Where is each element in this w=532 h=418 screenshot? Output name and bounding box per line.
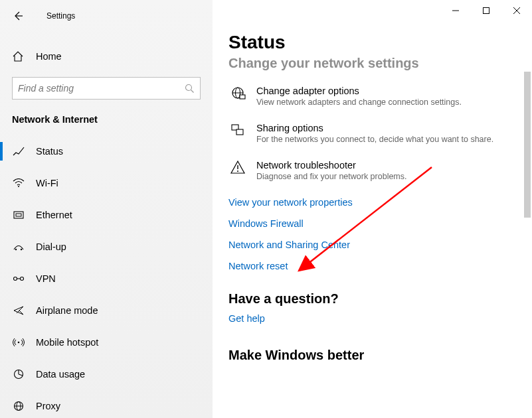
option-title: Change adapter options — [256, 86, 462, 96]
proxy-icon — [12, 401, 25, 411]
sidebar-item-label: Data usage — [36, 369, 85, 380]
hotspot-icon — [12, 337, 25, 348]
status-icon — [12, 146, 25, 157]
sidebar-category: Network & Internet — [0, 100, 213, 131]
scroll-thumb[interactable] — [524, 72, 531, 218]
svg-point-3 — [18, 186, 19, 187]
option-troubleshooter[interactable]: Network troubleshooter Diagnose and fix … — [228, 160, 508, 181]
svg-rect-23 — [240, 95, 245, 99]
option-title: Network troubleshooter — [256, 160, 407, 171]
sidebar-item-label: VPN — [36, 273, 56, 284]
sidebar-item-label: Status — [36, 146, 63, 157]
svg-rect-4 — [14, 212, 23, 218]
window-title: Settings — [46, 11, 75, 21]
troubleshoot-icon — [228, 160, 247, 181]
svg-point-1 — [186, 84, 192, 90]
svg-rect-5 — [16, 214, 21, 216]
sidebar: Settings Home Network & Internet Status — [0, 0, 213, 418]
sidebar-item-data[interactable]: Data usage — [0, 358, 213, 390]
svg-line-2 — [191, 90, 194, 92]
maximize-button[interactable] — [471, 0, 501, 21]
sidebar-item-status[interactable]: Status — [0, 135, 213, 167]
close-button[interactable] — [501, 0, 532, 21]
svg-point-27 — [237, 171, 238, 172]
sidebar-item-ethernet[interactable]: Ethernet — [0, 199, 213, 231]
search-icon — [185, 84, 195, 94]
question-heading: Have a question? — [228, 291, 508, 307]
home-icon — [12, 51, 25, 62]
data-icon — [12, 369, 25, 380]
sidebar-home[interactable]: Home — [0, 42, 213, 70]
scrollbar[interactable] — [523, 27, 532, 418]
sharing-icon — [228, 123, 247, 144]
wifi-icon — [12, 178, 25, 188]
sidebar-item-wifi[interactable]: Wi-Fi — [0, 167, 213, 199]
sidebar-nav: Status Wi-Fi Ethernet Dial-up — [0, 135, 213, 418]
svg-point-9 — [21, 277, 24, 281]
link-properties[interactable]: View your network properties — [228, 197, 508, 208]
dialup-icon — [12, 242, 25, 251]
svg-point-11 — [18, 342, 20, 344]
sidebar-item-label: Dial-up — [36, 242, 66, 252]
adapter-icon — [228, 86, 247, 107]
sidebar-item-vpn[interactable]: VPN — [0, 263, 213, 295]
sidebar-item-dialup[interactable]: Dial-up — [0, 231, 213, 263]
minimize-button[interactable] — [440, 0, 471, 21]
sidebar-item-label: Ethernet — [36, 210, 72, 220]
feedback-heading: Make Windows better — [228, 348, 508, 363]
sidebar-item-label: Wi-Fi — [36, 178, 58, 188]
option-desc: Diagnose and fix your network problems. — [256, 172, 407, 181]
vpn-icon — [12, 274, 25, 283]
titlebar: Settings — [0, 5, 213, 27]
airplane-icon — [12, 305, 25, 316]
option-desc: View network adapters and change connect… — [256, 98, 462, 107]
link-reset[interactable]: Network reset — [228, 261, 508, 271]
link-get-help[interactable]: Get help — [228, 313, 508, 324]
svg-rect-25 — [236, 129, 243, 135]
svg-point-7 — [21, 249, 22, 250]
svg-point-6 — [15, 249, 17, 250]
sidebar-item-label: Airplane mode — [36, 305, 98, 316]
home-label: Home — [36, 51, 62, 62]
sidebar-item-airplane[interactable]: Airplane mode — [0, 295, 213, 326]
option-adapter[interactable]: Change adapter options View network adap… — [228, 86, 508, 107]
option-title: Sharing options — [256, 123, 493, 133]
svg-point-8 — [14, 277, 17, 281]
search-input[interactable] — [18, 83, 185, 94]
option-desc: For the networks you connect to, decide … — [256, 135, 493, 144]
sidebar-item-hotspot[interactable]: Mobile hotspot — [0, 326, 213, 358]
link-firewall[interactable]: Windows Firewall — [228, 218, 508, 229]
change-settings-heading: Change your network settings — [228, 56, 508, 71]
sidebar-item-proxy[interactable]: Proxy — [0, 390, 213, 418]
option-sharing[interactable]: Sharing options For the networks you con… — [228, 123, 508, 144]
page-title: Status — [228, 32, 508, 53]
search-box[interactable] — [12, 77, 201, 100]
sidebar-item-label: Proxy — [36, 401, 60, 411]
window-controls — [440, 0, 532, 21]
ethernet-icon — [12, 210, 25, 220]
sidebar-item-label: Mobile hotspot — [36, 337, 98, 348]
link-sharing-center[interactable]: Network and Sharing Center — [228, 240, 508, 250]
svg-rect-17 — [484, 8, 489, 14]
main-content: Status Change your network settings Chan… — [213, 0, 532, 418]
back-icon[interactable] — [12, 10, 24, 22]
